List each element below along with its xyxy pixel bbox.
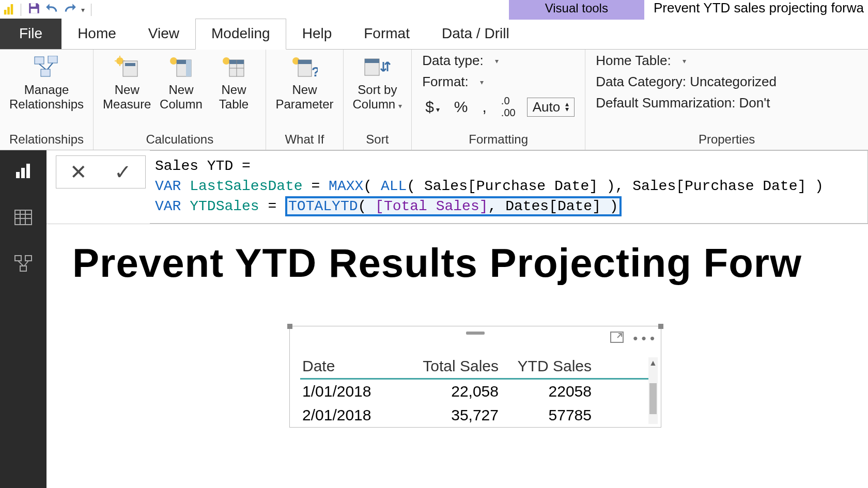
svg-rect-41 bbox=[25, 256, 32, 261]
table-row: 1/01/2018 22,058 22058 bbox=[300, 380, 650, 403]
spinner-icon[interactable]: ▴▾ bbox=[565, 102, 569, 112]
quick-access-toolbar: ▾ bbox=[0, 0, 98, 20]
contextual-tab-visual-tools: Visual tools bbox=[509, 0, 644, 20]
vertical-scrollbar[interactable]: ▲ bbox=[648, 357, 658, 424]
report-title-text: Prevent YTD Results Projecting Forw bbox=[47, 224, 868, 287]
data-category-label[interactable]: Data Category: Uncategorized bbox=[596, 74, 858, 90]
tab-format[interactable]: Format bbox=[348, 19, 426, 49]
svg-rect-28 bbox=[298, 60, 312, 64]
report-canvas: ✕ ✓ Sales YTD = VAR LastSalesDate = MAXX… bbox=[47, 150, 868, 488]
button-label: Manage Relationships bbox=[9, 83, 84, 111]
group-relationships: Manage Relationships Relationships bbox=[0, 50, 94, 150]
resize-handle[interactable] bbox=[287, 324, 292, 329]
parameter-icon: ? bbox=[289, 55, 319, 80]
new-column-button[interactable]: New Column bbox=[155, 53, 207, 113]
ribbon-tabs: File Home View Modeling Help Format Data… bbox=[0, 20, 868, 50]
cancel-formula-icon[interactable]: ✕ bbox=[56, 156, 101, 188]
group-label: What If bbox=[266, 130, 343, 150]
model-view-icon[interactable] bbox=[13, 254, 34, 274]
data-type-label: Data type: bbox=[422, 53, 484, 69]
document-title: Prevent YTD sales projecting forwa bbox=[644, 0, 868, 20]
more-options-icon[interactable]: • • • bbox=[633, 330, 655, 347]
redo-icon[interactable] bbox=[63, 2, 78, 19]
data-view-icon[interactable] bbox=[13, 207, 34, 228]
chevron-down-icon: ▾ bbox=[398, 102, 402, 110]
save-icon[interactable] bbox=[27, 2, 41, 19]
table-visual[interactable]: • • • Date Total Sales YTD Sales 1/01/20… bbox=[289, 326, 661, 428]
focus-mode-icon[interactable] bbox=[610, 330, 624, 347]
svg-point-21 bbox=[223, 57, 230, 65]
tab-file[interactable]: File bbox=[0, 19, 61, 49]
formula-bar-buttons: ✕ ✓ bbox=[56, 155, 146, 188]
col-header-ytd-sales[interactable]: YTD Sales bbox=[504, 357, 592, 375]
button-label: New Measure bbox=[103, 83, 151, 111]
currency-button[interactable]: $ ▾ bbox=[422, 98, 443, 116]
svg-rect-0 bbox=[4, 10, 7, 14]
drag-handle-icon[interactable] bbox=[466, 332, 485, 335]
home-table-label: Home Table: bbox=[596, 53, 671, 69]
group-calculations: New Measure New Column New Table Calcula… bbox=[94, 50, 266, 150]
tab-help[interactable]: Help bbox=[286, 19, 348, 49]
group-properties: Home Table:▾ Data Category: Uncategorize… bbox=[585, 50, 868, 150]
button-label: New Column bbox=[160, 83, 203, 111]
svg-line-9 bbox=[48, 63, 53, 69]
cell: 22,058 bbox=[411, 383, 499, 400]
svg-point-10 bbox=[116, 57, 123, 65]
svg-rect-16 bbox=[125, 63, 135, 66]
chevron-down-icon[interactable]: ▾ bbox=[495, 57, 499, 65]
thousands-button[interactable]: , bbox=[479, 98, 489, 116]
default-summarization-label[interactable]: Default Summarization: Don't bbox=[596, 95, 858, 111]
svg-rect-4 bbox=[31, 9, 38, 13]
group-whatif: ? New Parameter What If bbox=[266, 50, 343, 150]
qat-dropdown-icon[interactable]: ▾ bbox=[81, 6, 85, 14]
svg-text:?: ? bbox=[312, 64, 318, 78]
powerbi-logo-icon bbox=[3, 4, 14, 15]
decimal-icon[interactable]: .0.00 bbox=[498, 95, 519, 119]
resize-handle[interactable] bbox=[658, 324, 663, 329]
tab-modeling[interactable]: Modeling bbox=[195, 19, 286, 50]
formula-bar: ✕ ✓ Sales YTD = VAR LastSalesDate = MAXX… bbox=[47, 150, 868, 224]
manage-relationships-button[interactable]: Manage Relationships bbox=[6, 53, 87, 113]
tab-home[interactable]: Home bbox=[61, 19, 132, 49]
tab-view[interactable]: View bbox=[132, 19, 195, 49]
svg-rect-40 bbox=[15, 256, 21, 261]
new-measure-button[interactable]: New Measure bbox=[100, 53, 154, 113]
svg-line-44 bbox=[24, 261, 28, 266]
cell: 22058 bbox=[504, 383, 592, 400]
left-nav-rail bbox=[0, 150, 47, 488]
decimal-places-input[interactable]: Auto ▴▾ bbox=[527, 98, 575, 117]
svg-rect-34 bbox=[26, 164, 30, 178]
group-formatting: Data type: ▾ Format: ▾ $ ▾ % , .0.00 Aut… bbox=[412, 50, 585, 150]
commit-formula-icon[interactable]: ✓ bbox=[101, 156, 145, 188]
formula-editor[interactable]: Sales YTD = VAR LastSalesDate = MAXX( AL… bbox=[150, 150, 868, 224]
undo-icon[interactable] bbox=[44, 2, 59, 19]
table-header: Date Total Sales YTD Sales bbox=[300, 354, 650, 380]
new-table-button[interactable]: New Table bbox=[208, 53, 259, 113]
svg-rect-7 bbox=[41, 69, 50, 76]
column-icon bbox=[166, 55, 196, 80]
svg-rect-20 bbox=[186, 60, 191, 76]
ribbon: Manage Relationships Relationships New M… bbox=[0, 50, 868, 150]
sort-by-column-button[interactable]: Sort by Column▾ bbox=[350, 53, 406, 113]
table-icon bbox=[219, 55, 249, 80]
scroll-thumb[interactable] bbox=[649, 383, 657, 414]
report-view-icon[interactable] bbox=[13, 161, 34, 181]
svg-rect-5 bbox=[35, 57, 44, 64]
cell: 2/01/2018 bbox=[302, 406, 406, 424]
chevron-down-icon[interactable]: ▾ bbox=[480, 78, 484, 86]
svg-rect-6 bbox=[48, 56, 57, 63]
svg-line-43 bbox=[18, 261, 23, 266]
chevron-down-icon[interactable]: ▾ bbox=[683, 57, 686, 65]
separator bbox=[91, 4, 91, 16]
svg-rect-31 bbox=[365, 59, 379, 63]
tab-data-drill[interactable]: Data / Drill bbox=[426, 19, 525, 49]
col-header-total-sales[interactable]: Total Sales bbox=[411, 357, 499, 375]
new-parameter-button[interactable]: ? New Parameter bbox=[272, 53, 336, 113]
scroll-up-icon[interactable]: ▲ bbox=[648, 358, 658, 368]
svg-rect-3 bbox=[31, 3, 36, 7]
col-header-date[interactable]: Date bbox=[302, 357, 406, 375]
percent-button[interactable]: % bbox=[451, 98, 471, 116]
table: Date Total Sales YTD Sales 1/01/2018 22,… bbox=[300, 354, 650, 427]
group-label: Formatting bbox=[412, 130, 585, 150]
svg-point-17 bbox=[170, 57, 177, 65]
